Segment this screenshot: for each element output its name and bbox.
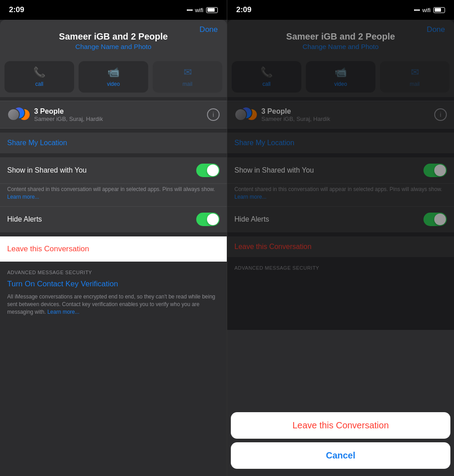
show-shared-toggle-right[interactable] bbox=[423, 164, 447, 177]
mail-label-right: mail bbox=[410, 81, 419, 87]
phone-icon-left: 📞 bbox=[33, 67, 45, 78]
call-button-left[interactable]: 📞 call bbox=[4, 61, 74, 93]
people-names-left: Sameer iGB, Suraj, Hardik bbox=[34, 116, 202, 122]
contact-key-link-left[interactable]: Turn On Contact Key Verification bbox=[7, 275, 220, 293]
separator-4-left bbox=[0, 232, 227, 236]
change-name-right[interactable]: Change Name and Photo bbox=[236, 43, 445, 57]
done-button-right[interactable]: Done bbox=[427, 25, 445, 34]
share-location-row-right[interactable]: Share My Location bbox=[227, 133, 454, 153]
show-shared-row-left[interactable]: Show in Shared with You bbox=[0, 157, 227, 184]
signal-icon: ▪▪▪▪ bbox=[186, 7, 192, 13]
time-left: 2:09 bbox=[9, 5, 24, 14]
status-icons-right: ▪▪▪▪ wifi bbox=[414, 7, 445, 13]
left-panel: 2:09 ▪▪▪▪ wifi Done Sameer iGB and 2 Peo… bbox=[0, 0, 227, 476]
call-button-right[interactable]: 📞 call bbox=[232, 61, 301, 93]
action-sheet-right: Leave this Conversation Cancel bbox=[227, 409, 454, 476]
toggle-knob-2-left bbox=[207, 214, 219, 225]
video-button-left[interactable]: 📹 video bbox=[79, 61, 148, 93]
people-info-left: 3 People Sameer iGB, Suraj, Hardik bbox=[34, 107, 202, 122]
sheet-header-left: Done Sameer iGB and 2 People Change Name… bbox=[0, 20, 227, 57]
people-names-right: Sameer iGB, Suraj, Hardik bbox=[261, 116, 429, 122]
right-panel: 2:09 ▪▪▪▪ wifi Done Sameer iGB and 2 Peo… bbox=[227, 0, 454, 476]
shared-section-right: Show in Shared with You Content shared i… bbox=[227, 157, 454, 232]
separator-2-right bbox=[227, 129, 454, 132]
share-location-row-left[interactable]: Share My Location bbox=[0, 133, 227, 153]
hide-alerts-row-right[interactable]: Hide Alerts bbox=[227, 206, 454, 232]
advanced-section-left: ADVANCED MESSAGE SECURITY Turn On Contac… bbox=[0, 265, 227, 322]
mail-button-left[interactable]: ✉ mail bbox=[153, 61, 222, 93]
avatars-left bbox=[7, 107, 29, 123]
leave-text-left: Leave this Conversation bbox=[7, 245, 89, 253]
people-section-left[interactable]: 3 People Sameer iGB, Suraj, Hardik i bbox=[0, 101, 227, 129]
show-shared-row-right[interactable]: Show in Shared with You bbox=[227, 157, 454, 184]
info-button-right[interactable]: i bbox=[434, 108, 447, 121]
content-right: Done Sameer iGB and 2 People Change Name… bbox=[227, 20, 454, 476]
people-count-left: 3 People bbox=[34, 107, 202, 116]
leave-inline-row-right[interactable]: Leave this Conversation bbox=[227, 236, 454, 257]
people-section-right[interactable]: 3 People Sameer iGB, Suraj, Hardik i bbox=[227, 101, 454, 129]
change-name-left[interactable]: Change Name and Photo bbox=[9, 43, 218, 57]
show-shared-label-right: Show in Shared with You bbox=[234, 166, 423, 174]
toggle-knob-2-right bbox=[434, 214, 446, 225]
avatars-right bbox=[234, 107, 256, 123]
learn-more-link-1-left[interactable]: Learn more... bbox=[7, 194, 39, 200]
hide-alerts-row-left[interactable]: Hide Alerts bbox=[0, 206, 227, 232]
separator-2-left bbox=[0, 129, 227, 132]
signal-icon-right: ▪▪▪▪ bbox=[414, 7, 419, 13]
advanced-label-left: ADVANCED MESSAGE SECURITY bbox=[7, 270, 220, 275]
hide-alerts-toggle-left[interactable] bbox=[196, 213, 220, 226]
leave-section-right: Leave this Conversation bbox=[227, 236, 454, 257]
share-location-label-left: Share My Location bbox=[7, 139, 220, 147]
video-label-left: video bbox=[107, 81, 120, 87]
info-button-left[interactable]: i bbox=[207, 108, 220, 121]
avatar-1-left bbox=[7, 108, 20, 121]
phone-icon-right: 📞 bbox=[260, 67, 273, 78]
status-icons-left: ▪▪▪▪ wifi bbox=[186, 7, 218, 13]
separator-4-right bbox=[227, 232, 454, 236]
people-info-right: 3 People Sameer iGB, Suraj, Hardik bbox=[261, 107, 429, 122]
action-sheet-leave-label: Leave this Conversation bbox=[292, 420, 389, 430]
mail-button-right[interactable]: ✉ mail bbox=[380, 61, 450, 93]
mail-icon-right: ✉ bbox=[411, 67, 419, 78]
separator-5-left bbox=[0, 262, 227, 265]
wifi-icon: wifi bbox=[195, 7, 203, 13]
status-bar-right: 2:09 ▪▪▪▪ wifi bbox=[227, 0, 454, 20]
advanced-section-right: ADVANCED MESSAGE SECURITY bbox=[227, 261, 454, 272]
shared-description-right: Content shared in this conversation will… bbox=[227, 184, 454, 206]
hide-alerts-toggle-right[interactable] bbox=[423, 213, 447, 226]
toggle-knob-1-right bbox=[434, 165, 446, 176]
action-sheet-leave-btn[interactable]: Leave this Conversation bbox=[231, 412, 450, 439]
leave-row-left[interactable]: Leave this Conversation bbox=[0, 236, 227, 262]
location-section-right: Share My Location bbox=[227, 133, 454, 153]
show-shared-toggle-left[interactable] bbox=[196, 164, 220, 177]
avatar-1-right bbox=[234, 108, 247, 121]
status-bar-left: 2:09 ▪▪▪▪ wifi bbox=[0, 0, 227, 20]
video-button-right[interactable]: 📹 video bbox=[306, 61, 375, 93]
separator-5-right bbox=[227, 257, 454, 261]
show-shared-label-left: Show in Shared with You bbox=[7, 166, 196, 174]
video-icon-right: 📹 bbox=[335, 67, 347, 78]
conversation-title-right: Sameer iGB and 2 People bbox=[236, 24, 445, 43]
time-right: 2:09 bbox=[236, 5, 251, 14]
advanced-label-right: ADVANCED MESSAGE SECURITY bbox=[234, 265, 447, 271]
conversation-title-left: Sameer iGB and 2 People bbox=[9, 24, 218, 43]
battery-icon-right bbox=[433, 7, 445, 13]
video-label-right: video bbox=[334, 81, 347, 87]
wifi-icon-right: wifi bbox=[422, 7, 431, 13]
share-location-label-right: Share My Location bbox=[234, 139, 447, 147]
call-label-left: call bbox=[35, 81, 43, 87]
video-icon-left: 📹 bbox=[107, 67, 119, 78]
mail-label-left: mail bbox=[182, 81, 192, 87]
action-sheet-cancel-label: Cancel bbox=[326, 450, 356, 460]
hide-alerts-label-left: Hide Alerts bbox=[7, 215, 196, 223]
sheet-header-right: Done Sameer iGB and 2 People Change Name… bbox=[227, 20, 454, 57]
learn-more-link-2-left[interactable]: Learn more... bbox=[47, 309, 79, 315]
learn-more-link-1-right[interactable]: Learn more... bbox=[234, 194, 266, 200]
action-sheet-cancel-btn[interactable]: Cancel bbox=[231, 442, 450, 469]
contact-key-desc-left: All iMessage conversations are encrypted… bbox=[7, 293, 220, 320]
done-button-left[interactable]: Done bbox=[199, 25, 218, 34]
separator-3-right bbox=[227, 153, 454, 157]
separator-1-right bbox=[227, 97, 454, 101]
action-row-right: 📞 call 📹 video ✉ mail bbox=[227, 57, 454, 97]
content-left: Done Sameer iGB and 2 People Change Name… bbox=[0, 20, 227, 476]
